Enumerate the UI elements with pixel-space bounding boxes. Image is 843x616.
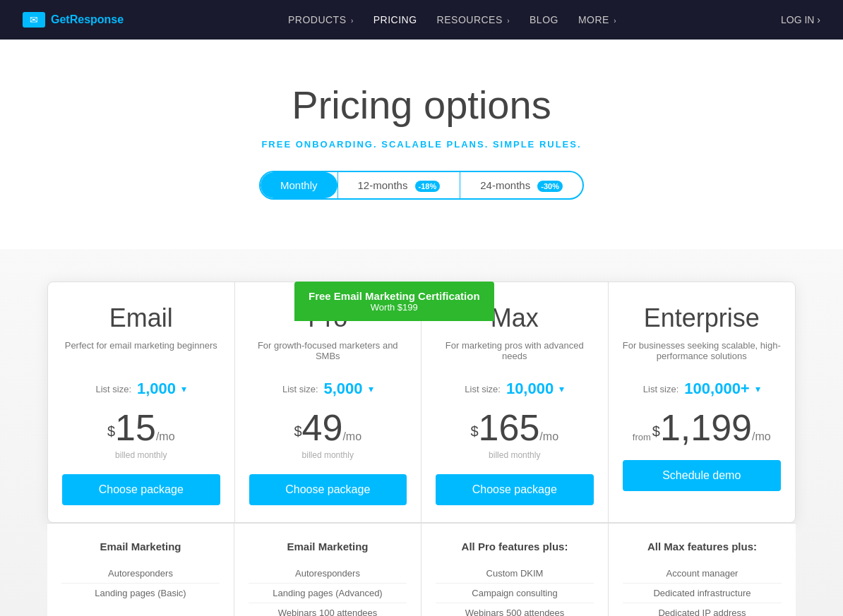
plan-enterprise-price: from$1,199/mo [623,409,782,446]
price-amount-0: 15 [115,407,156,448]
logo[interactable]: GetResponse [23,12,124,28]
price-amount-2: 165 [479,407,540,448]
logo-text: GetResponse [51,13,124,26]
feature-1-2: Webinars 100 attendees [249,603,407,616]
feature-2-0: Custom DKIM [436,564,594,584]
features-title-2: All Pro features plus: [436,540,594,552]
cta-pro[interactable]: Choose package [249,474,407,505]
promo-banner: Free Email Marketing Certification Worth… [294,282,494,321]
plan-max-desc: For marketing pros with advanced needs [436,340,594,366]
nav-resources[interactable]: RESOURCES › [437,14,510,25]
pricing-section: Free Email Marketing Certification Worth… [33,282,810,616]
cta-enterprise[interactable]: Schedule demo [623,460,782,491]
billing-toggle: Monthly 12-months -18% 24-months -30% [259,171,584,200]
billed-2: billed monthly [436,450,594,460]
plan-enterprise-listsize: List size: 100,000+ ▾ [623,380,782,398]
plan-enterprise: Enterprise For businesses seeking scalab… [609,282,796,522]
plan-enterprise-name: Enterprise [623,303,782,333]
listsize-label-3: List size: [643,384,679,394]
plan-pro-price: $49/mo [249,409,407,446]
plan-email-listsize: List size: 1,000 ▾ [62,380,220,398]
plan-pro-listsize: List size: 5,000 ▾ [249,380,407,398]
listsize-label-0: List size: [95,384,131,394]
features-title-1: Email Marketing [249,540,407,552]
monthly-tab[interactable]: Monthly [261,172,337,198]
listsize-value-2: 10,000 [506,380,554,398]
feature-0-1: Landing pages (Basic) [61,584,220,603]
nav-more[interactable]: MORE › [578,14,616,25]
plan-email-price: $15/mo [62,409,220,446]
12months-tab[interactable]: 12-months -18% [338,172,460,198]
price-amount-3: 1,199 [660,407,752,448]
logo-icon [23,12,45,28]
promo-worth: Worth $199 [309,302,480,313]
plan-pro-desc: For growth-focused marketers and SMBs [249,340,407,366]
24months-tab[interactable]: 24-months -30% [460,172,582,198]
listsize-value-1: 5,000 [324,380,363,398]
feature-3-1: Dedicated infrastructure [623,584,782,603]
plan-enterprise-desc: For businesses seeking scalable, high-pe… [623,340,782,366]
listsize-dropdown-1[interactable]: ▾ [369,383,373,394]
page-title: Pricing options [14,82,829,128]
plan-max-price: $165/mo [436,409,594,446]
features-col-1: Email Marketing Autoresponders Landing p… [234,524,422,616]
nav-links: PRODUCTS › PRICING RESOURCES › BLOG MORE… [288,14,616,25]
feature-0-0: Autoresponders [61,564,220,584]
billed-1: billed monthly [249,450,407,460]
nav-pricing[interactable]: PRICING [373,14,417,25]
feature-3-0: Account manager [623,564,782,584]
plan-email-desc: Perfect for email marketing beginners [62,340,220,366]
cta-email[interactable]: Choose package [62,474,220,505]
listsize-label-1: List size: [282,384,318,394]
12months-badge: -18% [415,181,441,192]
24months-badge: -30% [537,181,563,192]
feature-3-2: Dedicated IP address [623,603,782,616]
cta-max[interactable]: Choose package [436,474,594,505]
features-col-3: All Max features plus: Account manager D… [609,524,796,616]
feature-1-1: Landing pages (Advanced) [249,584,407,603]
login-link[interactable]: LOG IN › [781,14,820,25]
listsize-dropdown-3[interactable]: ▾ [755,383,760,394]
listsize-value-3: 100,000+ [684,380,749,398]
plan-max-listsize: List size: 10,000 ▾ [436,380,594,398]
hero-section: Pricing options FREE ONBOARDING. SCALABL… [0,40,843,249]
nav-products[interactable]: PRODUCTS › [288,14,354,25]
listsize-value-0: 1,000 [137,380,176,398]
features-title-3: All Max features plus: [623,540,782,552]
price-amount-1: 49 [302,407,343,448]
feature-1-0: Autoresponders [249,564,407,584]
listsize-dropdown-0[interactable]: ▾ [181,383,186,394]
plan-email: Email Perfect for email marketing beginn… [48,282,235,522]
features-grid: Email Marketing Autoresponders Landing p… [47,524,796,616]
feature-2-2: Webinars 500 attendees [436,603,594,616]
listsize-dropdown-2[interactable]: ▾ [559,383,564,394]
navbar: GetResponse PRODUCTS › PRICING RESOURCES… [0,0,843,40]
promo-title: Free Email Marketing Certification [309,290,480,302]
features-col-2: All Pro features plus: Custom DKIM Campa… [422,524,609,616]
features-title-0: Email Marketing [61,540,220,552]
listsize-label-2: List size: [465,384,501,394]
features-col-0: Email Marketing Autoresponders Landing p… [47,524,234,616]
billed-0: billed monthly [62,450,220,460]
hero-subtitle: FREE ONBOARDING. SCALABLE PLANS. SIMPLE … [14,139,829,150]
nav-blog[interactable]: BLOG [530,14,558,25]
feature-2-1: Campaign consulting [436,584,594,603]
plan-email-name: Email [62,303,220,333]
